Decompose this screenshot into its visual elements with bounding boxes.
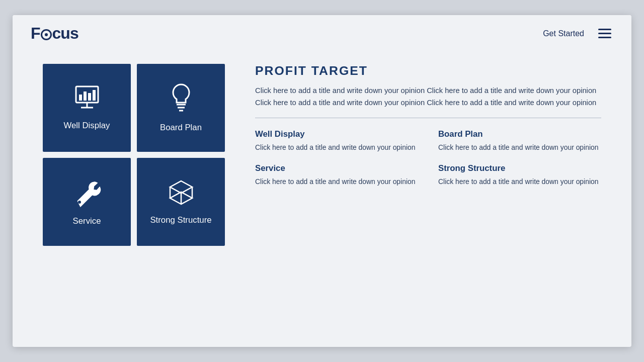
hamburger-line-3	[598, 37, 611, 38]
feature-board-plan: Board Plan Click here to add a title and…	[438, 129, 601, 153]
feature-strong-structure: Strong Structure Click here to add a tit…	[438, 163, 601, 188]
feature-board-plan-title: Board Plan	[438, 129, 601, 139]
tile-grid: Well Display Board Plan	[43, 64, 225, 327]
feature-strong-structure-title: Strong Structure	[438, 163, 601, 173]
svg-rect-4	[84, 92, 87, 101]
svg-rect-3	[79, 95, 82, 101]
feature-board-plan-desc: Click here to add a title and write down…	[438, 142, 601, 153]
profit-title: PROFIT TARGET	[255, 64, 601, 78]
features-grid: Well Display Click here to add a title a…	[255, 129, 601, 187]
feature-strong-structure-desc: Click here to add a title and write down…	[438, 176, 601, 188]
tile-strong-structure[interactable]: Strong Structure	[137, 158, 225, 246]
feature-service: Service Click here to add a title and wr…	[255, 163, 418, 188]
hamburger-line-2	[598, 33, 611, 34]
feature-service-title: Service	[255, 163, 418, 173]
tile-service[interactable]: Service	[43, 158, 131, 246]
svg-point-10	[78, 201, 81, 204]
app-window: Fcus Get Started	[13, 15, 631, 347]
header: Fcus Get Started	[13, 15, 631, 49]
svg-rect-5	[88, 93, 91, 101]
feature-well-display: Well Display Click here to add a title a…	[255, 129, 418, 153]
main-content: Well Display Board Plan	[13, 49, 631, 347]
svg-marker-11	[170, 181, 192, 193]
well-display-icon	[72, 84, 102, 116]
feature-service-desc: Click here to add a title and write down…	[255, 176, 418, 188]
info-panel: PROFIT TARGET Click here to add a title …	[255, 64, 601, 327]
strong-structure-icon	[167, 178, 195, 210]
logo: Fcus	[31, 24, 78, 43]
header-right: Get Started	[543, 27, 613, 40]
feature-well-display-desc: Click here to add a title and write down…	[255, 142, 418, 153]
tile-strong-structure-label: Strong Structure	[145, 215, 216, 226]
tile-well-display-label: Well Display	[58, 120, 115, 131]
hamburger-menu-button[interactable]	[596, 27, 613, 40]
tile-board-plan[interactable]: Board Plan	[137, 64, 225, 152]
service-icon	[72, 177, 102, 211]
board-plan-icon	[169, 82, 194, 117]
tile-service-label: Service	[68, 216, 106, 227]
tile-board-plan-label: Board Plan	[155, 122, 207, 133]
divider	[255, 118, 601, 118]
profit-description: Click here to add a title and write down…	[255, 85, 601, 109]
tile-well-display[interactable]: Well Display	[43, 64, 131, 152]
svg-rect-6	[93, 90, 96, 101]
hamburger-line-1	[598, 29, 611, 30]
feature-well-display-title: Well Display	[255, 129, 418, 139]
get-started-button[interactable]: Get Started	[543, 29, 584, 38]
